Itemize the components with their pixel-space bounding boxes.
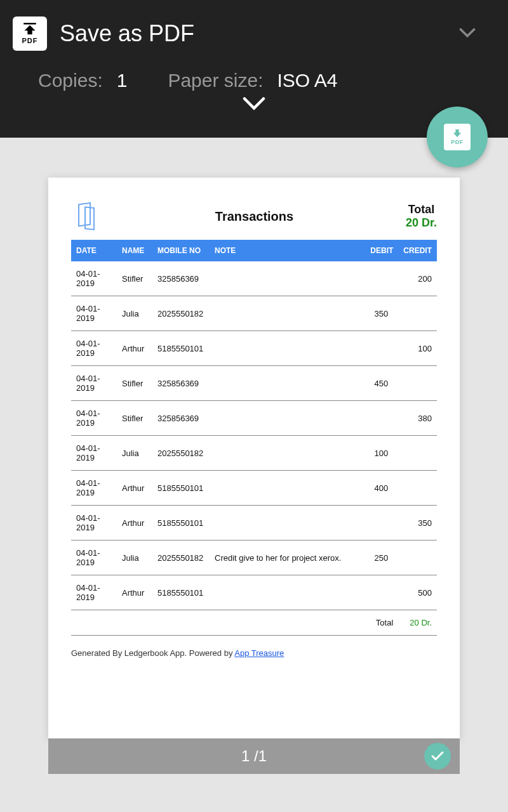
page-preview[interactable]: Transactions Total 20 Dr. DATE NAME MOBI…	[48, 178, 460, 738]
cell-name: Arthur	[117, 471, 152, 506]
app-treasure-link[interactable]: App Treasure	[234, 648, 284, 658]
cell-note: Credit give to her for project xerox.	[210, 540, 364, 575]
expand-options-handle[interactable]	[13, 96, 495, 113]
cell-note	[210, 506, 364, 540]
table-row: 04-01-2019Julia2025550182350	[71, 296, 437, 331]
cell-note	[210, 401, 364, 436]
table-row: 04-01-2019Stifler325856369380	[71, 401, 437, 436]
cell-debit: 350	[364, 296, 398, 331]
cell-debit	[364, 331, 398, 366]
cell-date: 04-01-2019	[71, 296, 117, 331]
cell-name: Julia	[117, 296, 152, 331]
cell-date: 04-01-2019	[71, 331, 117, 366]
cell-note	[210, 471, 364, 506]
transactions-table: DATE NAME MOBILE NO NOTE DEBIT CREDIT 04…	[71, 240, 437, 636]
cell-credit	[398, 296, 437, 331]
cell-date: 04-01-2019	[71, 261, 117, 296]
cell-name: Stifler	[117, 261, 152, 296]
total-box: Total 20 Dr.	[406, 203, 437, 230]
total-label: Total	[406, 203, 437, 216]
cell-name: Arthur	[117, 575, 152, 610]
cell-note	[210, 261, 364, 296]
cell-credit: 350	[398, 506, 437, 540]
cell-mobile: 2025550182	[152, 436, 210, 471]
cell-name: Stifler	[117, 366, 152, 401]
table-row: 04-01-2019Stifler325856369200	[71, 261, 437, 296]
cell-debit	[364, 261, 398, 296]
chevron-down-icon[interactable]	[458, 27, 476, 41]
pager-bar: 1 /1	[48, 738, 460, 774]
page-indicator: 1 /1	[241, 747, 267, 765]
cell-credit: 100	[398, 331, 437, 366]
table-row: 04-01-2019Stifler325856369450	[71, 366, 437, 401]
cell-debit: 100	[364, 436, 398, 471]
cell-name: Stifler	[117, 401, 152, 436]
cell-date: 04-01-2019	[71, 506, 117, 540]
cell-date: 04-01-2019	[71, 366, 117, 401]
cell-debit	[364, 575, 398, 610]
cell-debit: 250	[364, 540, 398, 575]
paper-size-value[interactable]: ISO A4	[277, 70, 337, 91]
cell-note	[210, 575, 364, 610]
col-debit: DEBIT	[364, 240, 398, 261]
footer-total-value: 20 Dr.	[398, 610, 437, 636]
pdf-icon: PDF	[13, 16, 47, 51]
cell-note	[210, 296, 364, 331]
generated-by: Generated By Ledgerbook App. Powered by …	[71, 648, 437, 658]
print-options-row: Copies: 1 Paper size: ISO A4	[13, 70, 495, 91]
cell-date: 04-01-2019	[71, 575, 117, 610]
cell-credit	[398, 540, 437, 575]
cell-credit: 200	[398, 261, 437, 296]
cell-debit: 450	[364, 366, 398, 401]
cell-date: 04-01-2019	[71, 401, 117, 436]
cell-mobile: 325856369	[152, 261, 210, 296]
cell-note	[210, 331, 364, 366]
cell-mobile: 5185550101	[152, 471, 210, 506]
cell-credit: 380	[398, 401, 437, 436]
destination-title: Save as PDF	[60, 20, 446, 47]
cell-debit: 400	[364, 471, 398, 506]
cell-credit	[398, 471, 437, 506]
col-note: NOTE	[210, 240, 364, 261]
download-pdf-icon: PDF	[444, 124, 471, 150]
cell-debit	[364, 506, 398, 540]
table-header-row: DATE NAME MOBILE NO NOTE DEBIT CREDIT	[71, 240, 437, 261]
col-name: NAME	[117, 240, 152, 261]
confirm-button[interactable]	[424, 743, 451, 769]
destination-row[interactable]: PDF Save as PDF	[13, 11, 495, 51]
table-row: 04-01-2019Arthur5185550101350	[71, 506, 437, 540]
paper-size-label: Paper size:	[168, 70, 263, 91]
cell-note	[210, 436, 364, 471]
generated-prefix: Generated By Ledgerbook App. Powered by	[71, 648, 234, 658]
cell-debit	[364, 401, 398, 436]
table-row: 04-01-2019Arthur5185550101400	[71, 471, 437, 506]
app-logo-icon	[71, 200, 103, 232]
col-mobile: MOBILE NO	[152, 240, 210, 261]
table-row: 04-01-2019Julia2025550182100	[71, 436, 437, 471]
cell-date: 04-01-2019	[71, 471, 117, 506]
col-date: DATE	[71, 240, 117, 261]
cell-credit	[398, 366, 437, 401]
footer-total-label: Total	[364, 610, 398, 636]
table-row: 04-01-2019Julia2025550182Credit give to …	[71, 540, 437, 575]
cell-credit	[398, 436, 437, 471]
document-title: Transactions	[103, 209, 406, 224]
cell-mobile: 5185550101	[152, 506, 210, 540]
table-footer-row: Total 20 Dr.	[71, 610, 437, 636]
cell-name: Arthur	[117, 331, 152, 366]
cell-date: 04-01-2019	[71, 540, 117, 575]
cell-mobile: 5185550101	[152, 331, 210, 366]
cell-note	[210, 366, 364, 401]
cell-name: Julia	[117, 436, 152, 471]
print-toolbar: PDF Save as PDF Copies: 1 Paper size: IS…	[0, 0, 508, 138]
cell-name: Arthur	[117, 506, 152, 540]
total-value: 20 Dr.	[406, 216, 437, 230]
save-pdf-fab[interactable]: PDF	[427, 107, 488, 167]
cell-mobile: 5185550101	[152, 575, 210, 610]
preview-area: Transactions Total 20 Dr. DATE NAME MOBI…	[48, 178, 460, 774]
cell-name: Julia	[117, 540, 152, 575]
table-row: 04-01-2019Arthur5185550101500	[71, 575, 437, 610]
copies-value[interactable]: 1	[117, 70, 128, 91]
cell-date: 04-01-2019	[71, 436, 117, 471]
table-row: 04-01-2019Arthur5185550101100	[71, 331, 437, 366]
